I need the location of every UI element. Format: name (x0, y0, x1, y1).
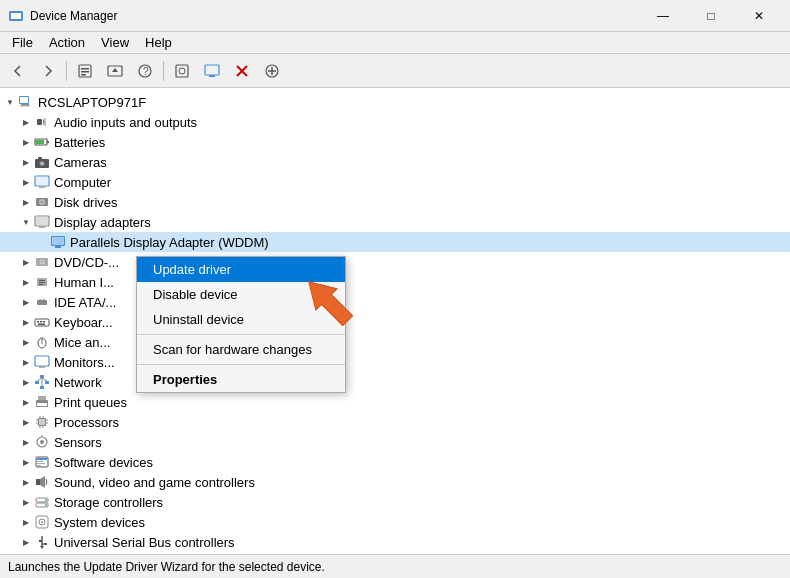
tree-item-disk[interactable]: ▶ Disk drives (0, 192, 790, 212)
tree-root[interactable]: ▼ RCSLAPTOP971F (0, 92, 790, 112)
disable-device-label: Disable device (153, 287, 238, 302)
context-menu-uninstall[interactable]: Uninstall device (137, 307, 345, 332)
window-controls: — □ ✕ (640, 2, 782, 30)
svg-rect-91 (37, 465, 41, 466)
svg-rect-2 (13, 19, 19, 21)
tree-item-print[interactable]: ▶ Print queues (0, 392, 790, 412)
root-label: RCSLAPTOP971F (38, 95, 146, 110)
expand-human: ▶ (20, 276, 32, 288)
maximize-button[interactable]: □ (688, 2, 734, 30)
tree-item-cameras[interactable]: ▶ Cameras (0, 152, 790, 172)
svg-rect-102 (44, 543, 47, 545)
monitors-label: Monitors... (54, 355, 115, 370)
tree-item-batteries[interactable]: ▶ Batteries (0, 132, 790, 152)
properties-label: Properties (153, 372, 217, 387)
tree-item-storage[interactable]: ▶ Storage controllers (0, 492, 790, 512)
parallels-label: Parallels Display Adapter (WDDM) (70, 235, 269, 250)
print-label: Print queues (54, 395, 127, 410)
tree-item-mice[interactable]: ▶ Mice an... (0, 332, 790, 352)
svg-point-85 (40, 440, 44, 444)
processors-label: Processors (54, 415, 119, 430)
cameras-label: Cameras (54, 155, 107, 170)
tree-item-dvd[interactable]: ▶ DVD/CD-... (0, 252, 790, 272)
expand-cameras: ▶ (20, 156, 32, 168)
tree-item-usb[interactable]: ▶ Universal Serial Bus controllers (0, 532, 790, 552)
svg-rect-22 (20, 105, 30, 107)
tree-item-ide[interactable]: ▶ IDE ATA/... (0, 292, 790, 312)
svg-rect-39 (36, 217, 48, 225)
disk-icon (34, 194, 50, 210)
toolbar-back[interactable] (4, 57, 32, 85)
context-menu-update[interactable]: Update driver (137, 257, 345, 282)
context-menu-properties[interactable]: Properties (137, 367, 345, 392)
tree-item-processors[interactable]: ▶ Processors (0, 412, 790, 432)
computer-device-icon (34, 174, 50, 190)
svg-rect-51 (37, 300, 47, 305)
minimize-button[interactable]: — (640, 2, 686, 30)
svg-rect-4 (81, 68, 89, 70)
ide-icon (34, 294, 50, 310)
menu-file[interactable]: File (4, 33, 41, 52)
scan-label: Scan for hardware changes (153, 342, 312, 357)
tree-item-sound[interactable]: ▶ Sound, video and game controllers (0, 472, 790, 492)
context-menu-disable[interactable]: Disable device (137, 282, 345, 307)
dvd-label: DVD/CD-... (54, 255, 119, 270)
context-menu-scan[interactable]: Scan for hardware changes (137, 337, 345, 362)
tree-item-audio[interactable]: ▶ Audio inputs and outputs (0, 112, 790, 132)
storage-icon (34, 494, 50, 510)
batteries-label: Batteries (54, 135, 105, 150)
svg-rect-62 (35, 356, 49, 366)
svg-marker-105 (40, 546, 44, 549)
toolbar-forward[interactable] (34, 57, 62, 85)
context-menu-sep (137, 334, 345, 335)
menu-bar: File Action View Help (0, 32, 790, 54)
ide-label: IDE ATA/... (54, 295, 116, 310)
toolbar-add[interactable] (258, 57, 286, 85)
display-icon (34, 214, 50, 230)
tree-item-sensors[interactable]: ▶ Sensors (0, 432, 790, 452)
toolbar-scan[interactable] (168, 57, 196, 85)
svg-point-96 (45, 504, 47, 506)
tree-item-system[interactable]: ▶ System devices (0, 512, 790, 532)
tree-item-parallels[interactable]: Parallels Display Adapter (WDDM) (0, 232, 790, 252)
toolbar-properties[interactable] (71, 57, 99, 85)
menu-help[interactable]: Help (137, 33, 180, 52)
svg-rect-21 (21, 104, 29, 105)
update-driver-label: Update driver (153, 262, 231, 277)
tree-panel: ▼ RCSLAPTOP971F ▶ Audio i (0, 88, 790, 554)
context-menu-sep-2 (137, 364, 345, 365)
sensors-icon (34, 434, 50, 450)
toolbar-monitor[interactable] (198, 57, 226, 85)
tree-item-display[interactable]: ▼ Display adapters (0, 212, 790, 232)
svg-rect-26 (47, 141, 49, 143)
toolbar-help[interactable]: ? (131, 57, 159, 85)
tree-item-network[interactable]: ▶ Network (0, 372, 790, 392)
tree-item-human[interactable]: ▶ Human I... (0, 272, 790, 292)
svg-line-68 (37, 378, 42, 381)
processor-icon (34, 414, 50, 430)
svg-text:?: ? (143, 66, 149, 77)
status-bar: Launches the Update Driver Wizard for th… (0, 554, 790, 578)
svg-point-46 (41, 261, 43, 263)
expand-display: ▼ (20, 216, 32, 228)
expand-batteries: ▶ (20, 136, 32, 148)
close-button[interactable]: ✕ (736, 2, 782, 30)
svg-rect-64 (40, 375, 44, 378)
window-title: Device Manager (30, 9, 117, 23)
tree-item-monitors[interactable]: ▶ Monitors... (0, 352, 790, 372)
monitors-icon (34, 354, 50, 370)
toolbar-uninstall[interactable] (228, 57, 256, 85)
tree-item-keyboard[interactable]: ▶ Keyboar... (0, 312, 790, 332)
svg-point-30 (41, 162, 44, 165)
menu-action[interactable]: Action (41, 33, 93, 52)
main-content: PC.COM ▼ RCSLAPTOP971F ▶ (0, 88, 790, 554)
svg-point-95 (45, 499, 47, 501)
software-icon (34, 454, 50, 470)
menu-view[interactable]: View (93, 33, 137, 52)
tree-item-computer[interactable]: ▶ Computer (0, 172, 790, 192)
toolbar-update-driver[interactable] (101, 57, 129, 85)
svg-rect-66 (45, 381, 49, 384)
expand-parallels (36, 236, 48, 248)
svg-rect-48 (39, 280, 45, 281)
tree-item-software[interactable]: ▶ Software devices (0, 452, 790, 472)
